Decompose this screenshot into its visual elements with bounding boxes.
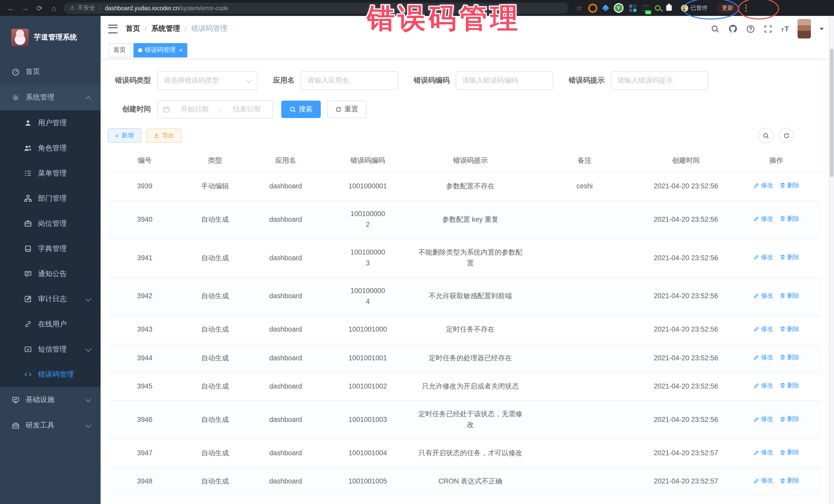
- sidebar-item-系统管理[interactable]: 系统管理: [0, 85, 101, 110]
- breadcrumb-item-首页[interactable]: 首页: [126, 24, 140, 34]
- breadcrumb-separator: /: [185, 25, 187, 33]
- delete-link[interactable]: 删除: [780, 414, 799, 424]
- error-type-select[interactable]: 请选择错误码类型: [157, 71, 258, 90]
- sidebar-item-label: 错误码管理: [38, 370, 74, 379]
- puzzle-extension-icon[interactable]: [666, 5, 672, 11]
- edit-pen-icon: [753, 450, 759, 456]
- cell-actions: 修改删除: [731, 439, 822, 467]
- cell-created: 2021-04-20 23:52:56: [641, 172, 731, 200]
- reset-button[interactable]: 重置: [327, 101, 367, 118]
- refresh-button[interactable]: [778, 128, 794, 143]
- logo-image: [11, 29, 29, 46]
- sidebar-item-菜单管理[interactable]: 菜单管理: [0, 161, 101, 186]
- app-name-input[interactable]: 请输入应用名: [301, 71, 398, 90]
- help-icon[interactable]: [746, 24, 755, 33]
- sidebar-item-在线用户[interactable]: 在线用户: [0, 311, 101, 337]
- edit-link[interactable]: 修改: [753, 291, 773, 300]
- breadcrumb-item-系统管理[interactable]: 系统管理: [151, 24, 180, 34]
- edit-link[interactable]: 修改: [753, 181, 773, 190]
- bookmark-star-icon[interactable]: ☆: [576, 4, 582, 12]
- user-icon: [24, 119, 32, 127]
- monitor-icon: [11, 396, 20, 404]
- sidebar-logo[interactable]: 芋道管理系统: [0, 16, 101, 59]
- cell-actions: 修改删除: [731, 278, 822, 316]
- delete-label: 删除: [787, 476, 799, 485]
- avatar[interactable]: [797, 19, 811, 39]
- forward-icon[interactable]: →: [20, 2, 31, 14]
- paused-extension-button[interactable]: 已暂停: [677, 3, 711, 13]
- scrollbar-thumb[interactable]: [830, 49, 833, 177]
- edit-link[interactable]: 修改: [753, 448, 773, 457]
- cell-created: 2021-04-20 23:52:56: [641, 278, 731, 316]
- add-button[interactable]: + 新增: [108, 128, 141, 143]
- sidebar-item-角色管理[interactable]: 角色管理: [0, 135, 101, 161]
- edit-link[interactable]: 修改: [753, 476, 773, 485]
- edit-link[interactable]: 修改: [753, 414, 773, 424]
- hamburger-icon[interactable]: [108, 24, 117, 33]
- search-icon[interactable]: [711, 24, 720, 33]
- edit-link[interactable]: 修改: [753, 381, 773, 390]
- search-button[interactable]: 搜索: [281, 101, 321, 118]
- blue-gem-extension-icon[interactable]: [602, 4, 609, 12]
- delete-link[interactable]: 删除: [780, 381, 799, 390]
- sidebar-item-岗位管理[interactable]: 岗位管理: [0, 211, 101, 236]
- switch-on-extension-icon[interactable]: [642, 5, 649, 11]
- sidebar-item-部门管理[interactable]: 部门管理: [0, 186, 101, 211]
- gauge-icon: [11, 68, 20, 76]
- delete-link[interactable]: 删除: [780, 291, 799, 300]
- tag-首页[interactable]: 首页: [109, 43, 130, 57]
- reload-icon[interactable]: ⟳: [34, 2, 45, 14]
- delete-link[interactable]: 删除: [780, 448, 799, 457]
- delete-link[interactable]: 删除: [780, 476, 799, 485]
- key-extension-icon[interactable]: [655, 5, 660, 11]
- delete-link[interactable]: 删除: [780, 214, 799, 223]
- delete-link[interactable]: 删除: [780, 353, 799, 362]
- edit-link[interactable]: 修改: [753, 324, 773, 334]
- cell-id: 3946: [108, 401, 182, 439]
- add-button-label: 新增: [122, 131, 134, 140]
- sidebar-item-错误码管理[interactable]: 错误码管理: [0, 362, 101, 387]
- address-bar[interactable]: ⚠ 不安全 dashboard.yudao.iocoder.cn /system…: [64, 2, 569, 14]
- github-icon[interactable]: [728, 24, 738, 34]
- home-icon[interactable]: ⌂: [48, 2, 60, 14]
- date-range-picker[interactable]: 开始日期 - 结束日期: [157, 100, 273, 118]
- sidebar-item-短信管理[interactable]: 短信管理: [0, 337, 101, 362]
- delete-label: 删除: [787, 448, 799, 457]
- table-row: 3946自动生成dashboard1001001003定时任务已经处于该状态，无…: [108, 401, 822, 439]
- export-button-label: 导出: [162, 131, 174, 140]
- fullscreen-icon[interactable]: [764, 24, 772, 33]
- orange-target-extension-icon[interactable]: [588, 3, 597, 13]
- vue-devtools-extension-icon[interactable]: V: [614, 3, 623, 13]
- close-icon[interactable]: ×: [179, 47, 183, 53]
- browser-menu-icon[interactable]: [745, 4, 749, 12]
- show-search-button[interactable]: [758, 128, 773, 143]
- cell-msg: 定时任务不存在: [413, 316, 528, 344]
- error-hint-input[interactable]: 请输入错误码提示: [611, 71, 708, 90]
- chevron-down-icon[interactable]: [820, 27, 824, 30]
- sidebar-item-首页[interactable]: 首页: [0, 59, 101, 85]
- sidebar-item-用户管理[interactable]: 用户管理: [0, 110, 101, 135]
- tag-错误码管理[interactable]: 错误码管理×: [133, 43, 187, 57]
- delete-link[interactable]: 删除: [780, 253, 799, 262]
- edit-link[interactable]: 修改: [753, 253, 773, 262]
- sidebar-item-审计日志[interactable]: 审计日志: [0, 286, 101, 311]
- error-code-input[interactable]: 请输入错误码编码: [456, 71, 553, 90]
- cell-actions: 修改删除: [731, 344, 822, 372]
- chrome-update-button[interactable]: 更新: [717, 3, 738, 13]
- filter-time: 创建时间 开始日期 - 结束日期: [122, 100, 273, 118]
- edit-link[interactable]: 修改: [753, 353, 773, 362]
- delete-link[interactable]: 删除: [780, 181, 799, 190]
- tags-view: 首页错误码管理×: [101, 42, 834, 59]
- cell-msg: 不允许获取敏感配置到前端: [413, 278, 528, 316]
- sidebar-item-研发工具[interactable]: 研发工具: [0, 413, 101, 438]
- sidebar-item-字典管理[interactable]: 字典管理: [0, 236, 101, 261]
- font-size-icon[interactable]: TT: [781, 25, 789, 33]
- sidebar-item-基础设施[interactable]: 基础设施: [0, 387, 101, 413]
- grid-extension-icon[interactable]: [629, 4, 632, 7]
- edit-link[interactable]: 修改: [753, 214, 773, 223]
- back-icon[interactable]: ←: [5, 2, 17, 14]
- sidebar-item-通知公告[interactable]: 通知公告: [0, 261, 101, 286]
- page-scrollbar[interactable]: [829, 16, 834, 504]
- delete-link[interactable]: 删除: [780, 324, 799, 334]
- export-button[interactable]: 导出: [146, 128, 181, 143]
